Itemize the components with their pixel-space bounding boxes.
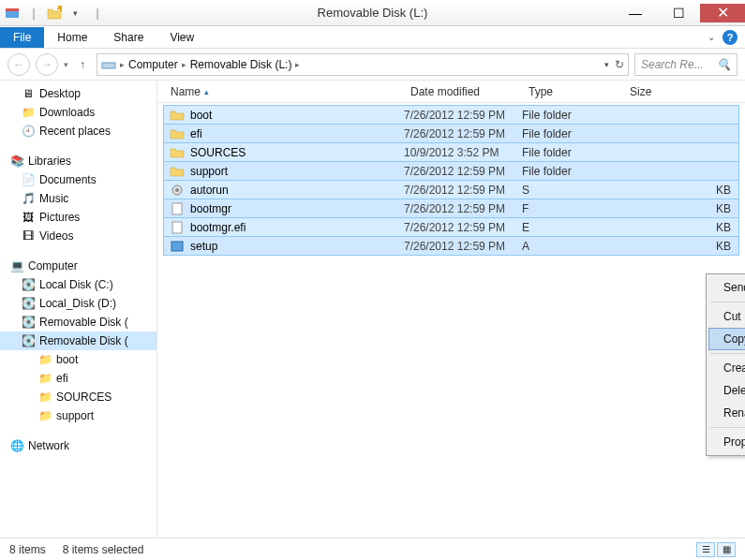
column-date[interactable]: Date modified	[403, 85, 521, 98]
context-menu-item[interactable]: Send to▶	[708, 276, 745, 299]
crumb-computer[interactable]: Computer	[128, 58, 178, 71]
qat-separator: |	[26, 6, 41, 21]
refresh-icon[interactable]: ↻	[615, 58, 624, 71]
file-type: File folder	[522, 146, 623, 159]
close-button[interactable]: ✕	[700, 4, 745, 22]
tree-libraries[interactable]: 📚Libraries	[0, 152, 156, 170]
tree-documents[interactable]: 📄Documents	[0, 170, 156, 189]
column-name[interactable]: Name▴	[163, 85, 403, 98]
context-menu-separator	[710, 427, 745, 428]
folder-icon	[170, 164, 185, 179]
file-icon	[170, 220, 185, 235]
svg-rect-7	[172, 222, 182, 233]
file-size: KB	[623, 202, 738, 215]
file-row[interactable]: support7/26/2012 12:59 PMFile folder	[163, 161, 739, 181]
file-date: 7/26/2012 12:59 PM	[404, 109, 522, 122]
svg-text:✱: ✱	[56, 6, 62, 14]
file-date: 10/9/2012 3:52 PM	[404, 146, 522, 159]
svg-rect-6	[172, 203, 182, 214]
file-row[interactable]: bootmgr.efi7/26/2012 12:59 PMEKB	[163, 217, 739, 237]
file-row[interactable]: bootmgr7/26/2012 12:59 PMFKB	[163, 199, 739, 218]
tree-folder-support[interactable]: 📁support	[0, 406, 156, 425]
file-type: File folder	[522, 127, 623, 140]
search-input[interactable]: Search Re... 🔍	[634, 53, 738, 76]
tree-folder-boot[interactable]: 📁boot	[0, 350, 156, 369]
file-date: 7/26/2012 12:59 PM	[404, 184, 522, 197]
history-dropdown-icon[interactable]: ▾	[64, 60, 68, 69]
tab-view[interactable]: View	[156, 27, 207, 48]
tree-videos[interactable]: 🎞Videos	[0, 227, 156, 245]
context-menu-item[interactable]: Create shortcut	[708, 357, 745, 379]
tab-home[interactable]: Home	[44, 27, 100, 48]
column-size[interactable]: Size	[622, 85, 745, 98]
context-menu-item[interactable]: Properties	[708, 431, 745, 453]
file-size: KB	[623, 240, 738, 253]
file-date: 7/26/2012 12:59 PM	[404, 221, 522, 234]
file-type: File folder	[522, 109, 623, 122]
ribbon-expand-icon[interactable]: ⌄	[708, 32, 715, 42]
status-bar: 8 items 8 items selected ☰ ▦	[0, 538, 745, 560]
icons-view-button[interactable]: ▦	[717, 542, 736, 557]
tree-downloads[interactable]: 📁Downloads	[0, 103, 156, 122]
file-row[interactable]: setup7/26/2012 12:59 PMAKB	[163, 236, 739, 256]
qat-dropdown-icon[interactable]: ▾	[67, 6, 82, 21]
app-icon	[170, 239, 185, 254]
up-button[interactable]: ↑	[74, 58, 91, 71]
details-view-button[interactable]: ☰	[696, 542, 715, 557]
app-icon	[6, 6, 21, 21]
file-type: File folder	[522, 165, 623, 178]
context-menu-item[interactable]: Cut	[708, 305, 745, 328]
folder-icon	[170, 145, 185, 160]
tree-desktop[interactable]: 🖥Desktop	[0, 84, 156, 103]
status-selected-count: 8 items selected	[63, 543, 144, 556]
file-tab[interactable]: File	[0, 27, 44, 48]
file-name: SOURCES	[190, 146, 246, 159]
back-button[interactable]: ←	[7, 53, 30, 76]
title-bar: | ✱ ▾ | Removable Disk (L:) — ☐ ✕	[0, 0, 745, 26]
file-rows[interactable]: boot7/26/2012 12:59 PMFile folderefi7/26…	[157, 103, 745, 257]
file-row[interactable]: boot7/26/2012 12:59 PMFile folder	[163, 105, 739, 125]
file-name: autorun	[190, 184, 229, 197]
file-row[interactable]: autorun7/26/2012 12:59 PMSKB	[163, 180, 739, 199]
forward-button[interactable]: →	[36, 53, 58, 76]
file-name: bootmgr	[190, 202, 231, 215]
tree-pictures[interactable]: 🖼Pictures	[0, 208, 156, 227]
tree-folder-sources[interactable]: 📁SOURCES	[0, 388, 156, 406]
file-type: E	[522, 221, 623, 234]
tree-music[interactable]: 🎵Music	[0, 189, 156, 208]
svg-rect-8	[171, 242, 183, 251]
new-folder-icon[interactable]: ✱	[47, 6, 62, 21]
file-name: support	[190, 165, 228, 178]
column-type[interactable]: Type	[521, 85, 622, 98]
tree-drive-removable-1[interactable]: 💽Removable Disk (	[0, 313, 156, 332]
crumb-drive[interactable]: Removable Disk (L:)	[190, 58, 292, 71]
file-name: boot	[190, 109, 212, 122]
folder-icon	[170, 108, 185, 123]
file-name: bootmgr.efi	[190, 221, 246, 234]
tree-drive-c[interactable]: 💽Local Disk (C:)	[0, 275, 156, 294]
address-dropdown-icon[interactable]: ▾	[604, 60, 609, 69]
svg-rect-1	[6, 8, 19, 11]
navigation-tree[interactable]: 🖥Desktop 📁Downloads 🕘Recent places 📚Libr…	[0, 81, 157, 538]
address-bar[interactable]: ▸Computer ▸Removable Disk (L:) ▸ ▾ ↻	[97, 53, 629, 76]
drive-icon	[101, 57, 116, 72]
context-menu-item[interactable]: Rename	[708, 402, 745, 424]
search-icon: 🔍	[717, 58, 731, 71]
file-row[interactable]: SOURCES10/9/2012 3:52 PMFile folder	[163, 142, 739, 162]
svg-rect-3	[102, 63, 115, 68]
tree-recent[interactable]: 🕘Recent places	[0, 122, 156, 140]
minimize-button[interactable]: —	[614, 4, 657, 22]
search-placeholder: Search Re...	[641, 58, 704, 71]
tree-computer[interactable]: 💻Computer	[0, 257, 156, 275]
help-icon[interactable]: ?	[723, 30, 738, 45]
tree-folder-efi[interactable]: 📁efi	[0, 369, 156, 388]
tab-share[interactable]: Share	[100, 27, 156, 48]
maximize-button[interactable]: ☐	[657, 4, 700, 22]
tree-drive-removable-2[interactable]: 💽Removable Disk (	[0, 332, 156, 350]
context-menu-item[interactable]: Copy	[708, 328, 745, 350]
file-row[interactable]: efi7/26/2012 12:59 PMFile folder	[163, 124, 739, 143]
tree-drive-d[interactable]: 💽Local_Disk (D:)	[0, 294, 156, 313]
context-menu-item[interactable]: Delete	[708, 379, 745, 402]
tree-network[interactable]: 🌐Network	[0, 436, 156, 455]
file-icon	[170, 201, 185, 216]
